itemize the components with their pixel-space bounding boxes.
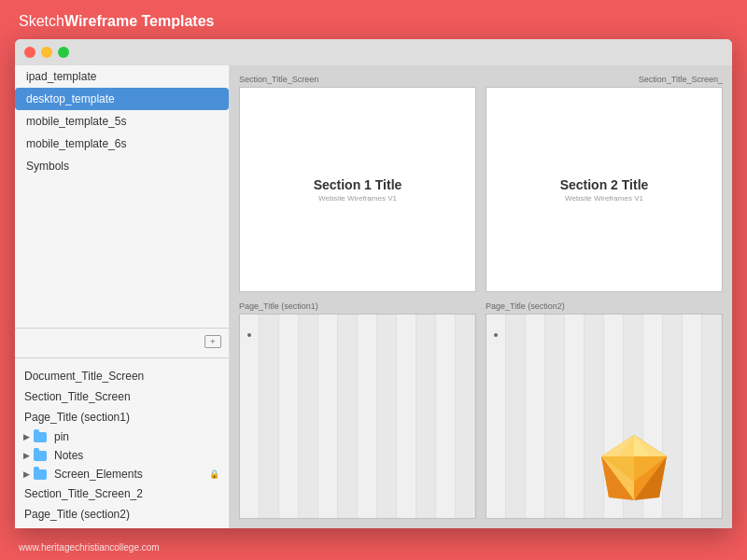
artboard-page-title-section1: Page_Title (section1) xyxy=(239,301,476,519)
footer-url: www.heritagechristiancollege.com xyxy=(19,542,160,553)
minimize-button[interactable] xyxy=(41,47,52,58)
artboard-section-title-screen: Section_Title_Screen Section 1 Title Web… xyxy=(239,75,476,292)
stripe-4 xyxy=(545,315,565,518)
lock-icon: 🔒 xyxy=(209,469,219,479)
stripe-10 xyxy=(416,315,436,518)
window-body: ipad_template desktop_template mobile_te… xyxy=(15,65,732,528)
artboard-label-top-left: Section_Title_Screen xyxy=(239,75,476,84)
footer: www.heritagechristiancollege.com xyxy=(19,538,160,554)
sidebar-footer: + xyxy=(15,328,229,354)
sidebar-item-mobile-template-6s[interactable]: mobile_template_6s xyxy=(15,133,229,155)
header: Sketch Wireframe Templates xyxy=(0,0,747,39)
artboard-dot-left xyxy=(247,333,251,337)
sidebar-item-desktop-template[interactable]: desktop_template xyxy=(15,88,229,110)
stripe-6 xyxy=(338,315,358,518)
group-label: Screen_Elements xyxy=(54,468,143,481)
stripe-5 xyxy=(565,315,585,518)
sidebar-item-ipad-template[interactable]: ipad_template xyxy=(15,65,229,88)
canvas-area[interactable]: Section_Title_Screen Section 1 Title Web… xyxy=(230,65,732,528)
layer-page-title-section1[interactable]: Page_Title (section1) xyxy=(15,407,229,427)
layer-group-pin[interactable]: ▶ pin xyxy=(15,427,229,446)
add-page-button[interactable]: + xyxy=(204,335,221,348)
artboard-top-right[interactable]: Section 2 Title Website Wireframes V1 xyxy=(486,87,723,292)
layer-document-title-screen[interactable]: Document_Title_Screen xyxy=(15,366,229,386)
sketch-gem xyxy=(592,430,676,510)
maximize-button[interactable] xyxy=(58,47,69,58)
stripe-3 xyxy=(526,315,545,518)
header-title-normal: Sketch xyxy=(19,13,64,30)
stripe-1 xyxy=(486,315,506,518)
stripe-11 xyxy=(683,315,702,518)
chevron-icon: ▶ xyxy=(22,433,30,441)
layer-label: Page_Title (section2) xyxy=(24,508,130,521)
folder-icon xyxy=(34,432,47,442)
layer-section-title-screen[interactable]: Section_Title_Screen xyxy=(15,386,229,407)
layer-label: Document_Title_Screen xyxy=(24,370,144,383)
stripe-columns-left xyxy=(240,315,475,518)
sidebar-item-symbols[interactable]: Symbols xyxy=(15,155,229,177)
stripe-9 xyxy=(397,315,416,518)
layer-label: Page_Title (section1) xyxy=(24,411,130,424)
stripe-4 xyxy=(299,315,318,518)
stripe-2 xyxy=(506,315,526,518)
stripe-3 xyxy=(279,315,299,518)
artboard-label-bottom-right: Page_Title (section2) xyxy=(486,301,723,311)
layer-page-title-section2[interactable]: Page_Title (section2) xyxy=(15,504,229,525)
layer-group-notes[interactable]: ▶ Notes xyxy=(15,446,229,465)
layer-section-title-screen-2[interactable]: Section_Title_Screen_2 xyxy=(15,483,229,504)
close-button[interactable] xyxy=(24,47,35,58)
mac-window: ipad_template desktop_template mobile_te… xyxy=(15,39,732,528)
layer-label: Section_Title_Screen_2 xyxy=(24,487,143,500)
artboard-bottom-left[interactable] xyxy=(239,314,476,519)
artboard-top-left[interactable]: Section 1 Title Website Wireframes V1 xyxy=(239,87,476,292)
stripe-5 xyxy=(318,315,338,518)
folder-icon xyxy=(34,469,47,480)
artboard-dot-right xyxy=(494,333,498,337)
group-label: Notes xyxy=(54,449,83,462)
canvas-inner: Section_Title_Screen Section 1 Title Web… xyxy=(230,65,732,528)
layer-label: Section_Title_Screen xyxy=(24,390,131,403)
group-label: pin xyxy=(54,430,69,443)
artboard-section1-sub: Website Wireframes V1 xyxy=(318,194,397,203)
stripe-1 xyxy=(240,315,260,518)
artboard-label-top-right: Section_Title_Screen_ xyxy=(486,75,723,84)
layers-panel: Document_Title_Screen Section_Title_Scre… xyxy=(15,362,229,528)
folder-icon xyxy=(34,451,47,461)
stripe-8 xyxy=(377,315,397,518)
title-bar xyxy=(15,39,732,65)
sidebar-divider xyxy=(15,357,229,358)
sidebar: ipad_template desktop_template mobile_te… xyxy=(15,65,230,528)
stripe-12 xyxy=(702,315,722,518)
artboard-section1-title: Section 1 Title xyxy=(314,177,402,192)
stripe-2 xyxy=(260,315,279,518)
artboard-section2-sub: Website Wireframes V1 xyxy=(565,194,643,203)
header-title-bold: Wireframe Templates xyxy=(64,13,215,30)
chevron-icon: ▶ xyxy=(22,452,30,459)
artboard-section2-title: Section 2 Title xyxy=(560,177,649,192)
stripe-7 xyxy=(358,315,377,518)
stripe-11 xyxy=(436,315,456,518)
artboard-label-bottom-left: Page_Title (section1) xyxy=(239,301,476,311)
sidebar-item-mobile-template-5s[interactable]: mobile_template_5s xyxy=(15,110,229,133)
sidebar-pages: ipad_template desktop_template mobile_te… xyxy=(15,65,229,328)
layer-group-screen-elements[interactable]: ▶ Screen_Elements 🔒 xyxy=(15,465,229,483)
stripe-12 xyxy=(456,315,475,518)
chevron-icon: ▶ xyxy=(22,470,30,478)
artboard-section-title-screen-2: Section_Title_Screen_ Section 2 Title We… xyxy=(486,75,723,292)
